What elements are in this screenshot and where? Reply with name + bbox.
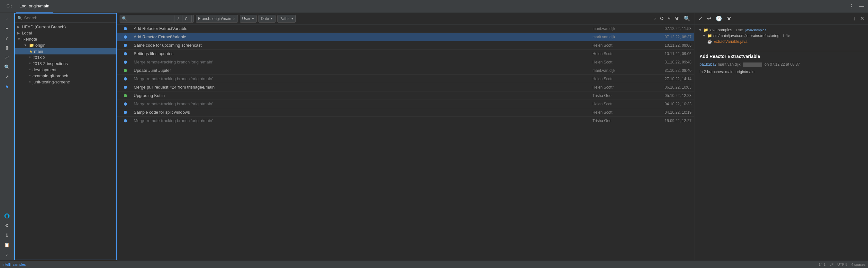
settings-gear-btn[interactable]: ⚙ [1, 221, 13, 230]
file-tree-file[interactable]: ☕ ExtractVariable.java [697, 39, 865, 45]
star-btn[interactable]: ★ [1, 82, 13, 91]
user-filter-tag[interactable]: User ▼ [240, 15, 256, 23]
file-tree-root[interactable]: ▼ 📁 java-samples 1 file java-samples [697, 27, 865, 33]
date-filter-arrow: ▼ [270, 17, 273, 20]
tree-item-main[interactable]: ★ main [15, 48, 116, 54]
date-filter-tag[interactable]: Date ▼ [258, 15, 275, 23]
tree-item-example-git-branch[interactable]: ⑂ example-git-branch [15, 73, 116, 79]
eye-btn[interactable]: 👁 [674, 15, 681, 22]
find-btn[interactable]: 🔍 [682, 15, 691, 22]
commit-row[interactable]: Merge pull request #24 from trishagee/ma… [117, 83, 694, 91]
main-star-icon: ★ [29, 49, 33, 54]
collapse-btn[interactable]: ‹ [1, 14, 13, 23]
tree-item-2018-2[interactable]: ⑂ 2018-2 [15, 54, 116, 60]
branch-search-input[interactable] [24, 16, 114, 20]
file-tree-src[interactable]: ▼ 📁 src/main/java/com/jetbrains/refactor… [697, 33, 865, 39]
graph-dot [124, 60, 127, 64]
tree-item-development[interactable]: ⑂ development [15, 67, 116, 73]
case-btn[interactable]: Cc [183, 15, 191, 23]
detail-eye-btn[interactable]: 👁 [725, 15, 733, 22]
src-count: 1 file [782, 34, 790, 38]
commit-row[interactable]: Settings files updatesHelen Scott10.11.2… [117, 50, 694, 58]
expand-commit-btn[interactable]: › [653, 15, 657, 22]
branch-view-btn[interactable]: ⑂ [666, 15, 672, 22]
commit-row[interactable]: Sample code for split windowsHelen Scott… [117, 108, 694, 116]
commit-row[interactable]: Merge remote-tracking branch 'origin/mai… [117, 100, 694, 108]
commit-message: Add Refactor ExtractVariable [134, 26, 590, 31]
commit-search-input[interactable] [128, 17, 173, 21]
commit-row[interactable]: Upgrading KotlinTrisha Gee05.10.22, 12:2… [117, 91, 694, 100]
commit-panel: 🔍 .* Cc Branch: origin/main ✕ User ▼ Dat… [117, 13, 694, 260]
tree-item-2018-2-inspections[interactable]: ⑂ 2018-2-inspections [15, 60, 116, 67]
graph-dot [124, 102, 127, 106]
fetch-btn[interactable]: ↙ [1, 33, 13, 43]
origin-label: origin [35, 43, 45, 48]
detail-toolbar: ↙ ↩ 🕐 👁 ↕ ✕ [694, 13, 868, 25]
commit-row[interactable]: Add Reactor ExtractVariablemarit.van.dij… [117, 33, 694, 41]
commit-row[interactable]: Same code for upcoming screencastHelen S… [117, 41, 694, 50]
graph-dot [124, 77, 127, 81]
branch-filter-close[interactable]: ✕ [232, 17, 236, 21]
commit-graph [120, 44, 131, 47]
commit-date: 06.10.22, 10:03 [647, 85, 691, 89]
branch-filter-tag[interactable]: Branch: origin/main ✕ [196, 15, 238, 23]
commit-row[interactable]: Merge remote-tracking branch 'origin/mai… [117, 75, 694, 83]
commit-date-label: on 07.12.22 at 08:37 [765, 62, 800, 67]
detail-fetch-btn[interactable]: ↙ [697, 15, 704, 22]
indent-setting[interactable]: 4 spaces [851, 263, 865, 266]
minimize-btn[interactable]: — [858, 3, 865, 10]
branch-icon-2018-2-insp: ⑂ [29, 62, 31, 66]
add-btn[interactable]: + [1, 24, 13, 33]
tree-item-local[interactable]: ▶ Local [15, 30, 116, 36]
commit-date: 07.12.22, 08:37 [647, 35, 691, 39]
commit-detail-title: Add Reactor ExtractVariable [700, 54, 863, 59]
root-label: java-samples [710, 28, 732, 32]
remote-btn[interactable]: 🌐 [1, 211, 13, 220]
regex-btn[interactable]: .* [175, 15, 181, 23]
commit-date: 07.12.22, 11:58 [647, 26, 691, 31]
src-label: src/main/java/com/jetbrains/refactoring [713, 33, 779, 38]
tree-item-head[interactable]: ▶ HEAD (Current Branch) [15, 24, 116, 30]
delete-btn[interactable]: 🗑 [1, 43, 13, 52]
tab-log[interactable]: Log: origin/main [16, 0, 53, 12]
root-arrow: ▼ [698, 28, 702, 32]
info-btn[interactable]: ℹ [1, 231, 13, 240]
tree-item-remote[interactable]: ▼ Remote [15, 36, 116, 42]
commit-row[interactable]: Merge remote-tracking branch 'origin/mai… [117, 58, 694, 66]
log-btn[interactable]: ↗ [1, 72, 13, 81]
detail-history-btn[interactable]: 🕐 [714, 15, 723, 22]
branch-icon-development: ⑂ [29, 68, 31, 72]
expand-btn[interactable]: › [1, 250, 13, 259]
switch-btn[interactable]: ⇄ [1, 53, 13, 62]
commit-row[interactable]: Update Junit Jupitermarit.van.dijk31.10.… [117, 66, 694, 75]
tree-item-origin[interactable]: ▼ 📁 origin [15, 42, 116, 48]
detail-close-btn[interactable]: ✕ [859, 15, 865, 22]
commit-author: Helen Scott [592, 43, 644, 48]
refresh-btn[interactable]: ↺ [658, 15, 665, 22]
encoding[interactable]: UTF-8 [837, 263, 847, 266]
search-btn[interactable]: 🔍 [1, 62, 13, 72]
origin-folder-icon: 📁 [29, 43, 34, 48]
tree-item-junit[interactable]: ⑂ junit-testing-screenc [15, 79, 116, 85]
commit-graph [120, 86, 131, 89]
commit-row[interactable]: Merge remote-tracking branch 'origin/mai… [117, 116, 694, 125]
cursor-position[interactable]: 14:1 [819, 263, 826, 266]
commit-message: Settings files updates [134, 51, 590, 56]
tab-git[interactable]: Git [3, 0, 16, 12]
bookmark-btn[interactable]: 📋 [1, 240, 13, 249]
detail-undo-btn[interactable]: ↩ [706, 15, 712, 22]
tab-bar: Git Log: origin/main ⋮ — [0, 0, 868, 13]
more-options-btn[interactable]: ⋮ [847, 3, 855, 10]
paths-filter-tag[interactable]: Paths ▼ [277, 15, 296, 23]
project-name[interactable]: intellij-samples [3, 263, 26, 266]
line-ending[interactable]: LF [830, 263, 834, 266]
detail-expand-btn[interactable]: ↕ [851, 15, 857, 22]
commit-graph [120, 69, 131, 72]
commit-author: Helen Scott [592, 102, 644, 106]
commit-row[interactable]: Add Refactor ExtractVariablemarit.van.di… [117, 25, 694, 33]
user-filter-label: User [242, 17, 250, 21]
commit-graph [120, 119, 131, 123]
commit-message: Upgrading Kotlin [134, 93, 590, 98]
commit-date: 04.10.22, 10:19 [647, 110, 691, 115]
commit-graph [120, 111, 131, 114]
